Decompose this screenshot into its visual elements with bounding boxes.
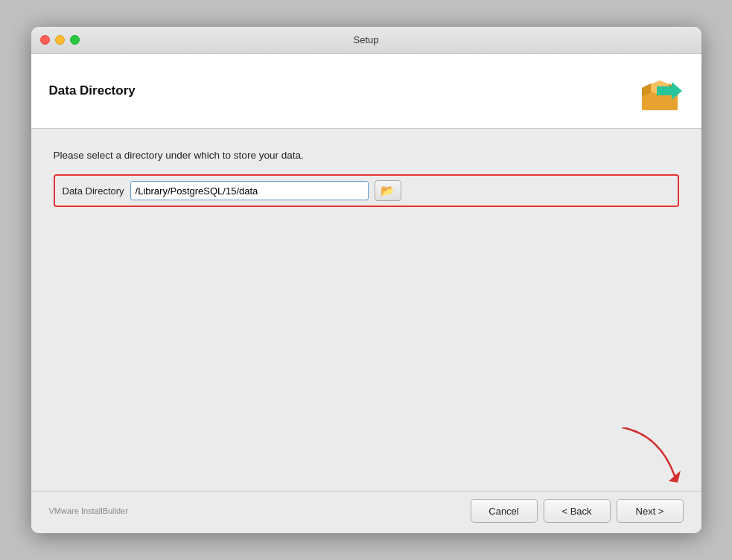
page-title: Data Directory bbox=[49, 83, 136, 98]
data-directory-input[interactable] bbox=[130, 181, 369, 200]
window-title: Setup bbox=[354, 34, 379, 45]
browse-button[interactable]: 📂 bbox=[375, 180, 401, 201]
footer-buttons: Cancel < Back Next > bbox=[471, 499, 684, 523]
close-button[interactable] bbox=[40, 35, 50, 45]
footer: VMware InstallBuilder Cancel < Back Next… bbox=[31, 491, 701, 533]
setup-window: Setup Data Directory Please select a dir… bbox=[31, 27, 701, 533]
content-area: Please select a directory under which to… bbox=[31, 129, 701, 491]
brand-label: VMware InstallBuilder bbox=[49, 506, 128, 515]
cancel-button[interactable]: Cancel bbox=[471, 499, 538, 523]
maximize-button[interactable] bbox=[70, 35, 80, 45]
minimize-button[interactable] bbox=[55, 35, 65, 45]
data-directory-row: Data Directory 📂 bbox=[54, 174, 679, 207]
instruction-text: Please select a directory under which to… bbox=[54, 150, 679, 161]
browse-icon: 📂 bbox=[381, 184, 395, 197]
box-icon bbox=[636, 67, 684, 115]
page-header: Data Directory bbox=[31, 54, 701, 129]
next-button[interactable]: Next > bbox=[617, 499, 684, 523]
input-label: Data Directory bbox=[63, 185, 124, 197]
back-button[interactable]: < Back bbox=[544, 499, 611, 523]
traffic-lights bbox=[40, 35, 80, 45]
titlebar: Setup bbox=[31, 27, 701, 54]
